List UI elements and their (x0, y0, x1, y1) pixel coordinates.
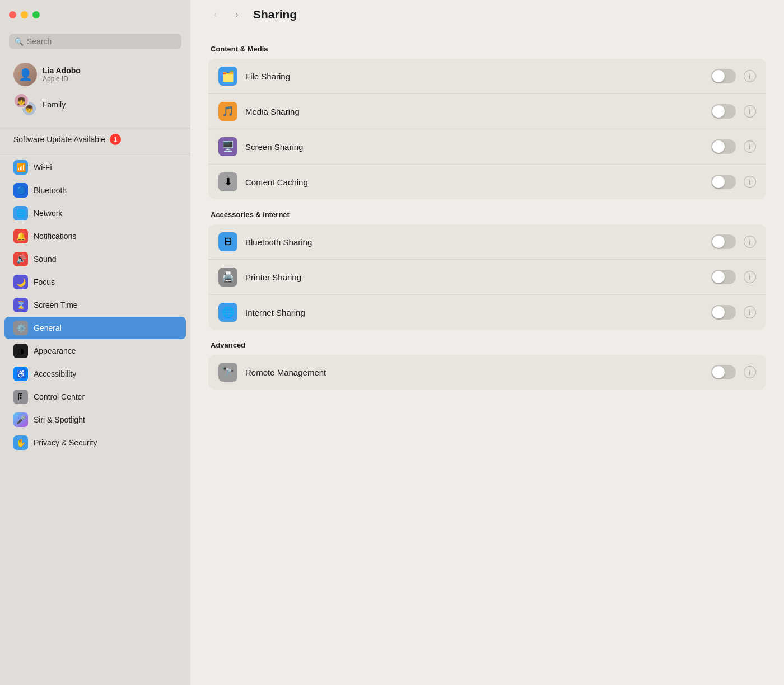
content-caching-toggle[interactable] (711, 175, 736, 189)
forward-button[interactable]: › (230, 7, 244, 22)
screen-sharing-toggle[interactable] (711, 139, 736, 154)
titlebar (0, 0, 190, 29)
media-sharing-toggle[interactable] (711, 104, 736, 119)
section-header-accessories-internet: Accessories & Internet (208, 210, 766, 219)
printer-sharing-toggle[interactable] (711, 270, 736, 284)
divider-1 (0, 128, 190, 128)
sidebar-item-bluetooth[interactable]: 🔵Bluetooth (4, 179, 186, 201)
sidebar-item-appearance[interactable]: ◑Appearance (4, 340, 186, 362)
family-label: Family (43, 100, 66, 109)
search-bar[interactable]: 🔍 (9, 34, 181, 49)
sidebar-scroll: 📶Wi-Fi🔵Bluetooth🌐Network🔔Notifications🔊S… (0, 156, 190, 685)
remote-management-toggle[interactable] (711, 365, 736, 379)
sidebar-label-focus: Focus (34, 278, 55, 287)
section-header-content-media: Content & Media (208, 45, 766, 53)
content-caching-label: Content Caching (245, 177, 703, 187)
notif-icon: 🔔 (13, 229, 28, 243)
sidebar-item-notifications[interactable]: 🔔Notifications (4, 225, 186, 247)
row-bluetooth-sharing: ᗷBluetooth Sharingi (208, 224, 766, 260)
software-update[interactable]: Software Update Available 1 (0, 130, 190, 151)
sidebar-label-bluetooth: Bluetooth (34, 186, 67, 195)
sidebar-label-screentime: Screen Time (34, 301, 78, 309)
wifi-icon: 📶 (13, 160, 28, 175)
sidebar-item-wifi[interactable]: 📶Wi-Fi (4, 156, 186, 179)
sidebar-label-accessibility: Accessibility (34, 369, 76, 378)
user-section: 👤 Lia Adobo Apple ID 👧 👦 Family (0, 56, 190, 125)
family-item[interactable]: 👧 👦 Family (9, 90, 181, 120)
minimize-button[interactable] (21, 11, 28, 18)
internet-sharing-icon: 🌐 (218, 303, 237, 322)
divider-2 (0, 153, 190, 153)
card-content-media: 🗂️File Sharingi🎵Media Sharingi🖥️Screen S… (208, 59, 766, 199)
software-update-text: Software Update Available (13, 135, 105, 144)
sidebar-item-privacy[interactable]: ✋Privacy & Security (4, 431, 186, 454)
controlcenter-icon: 🎛 (13, 390, 28, 404)
sidebar-item-focus[interactable]: 🌙Focus (4, 271, 186, 293)
sidebar-label-appearance: Appearance (34, 346, 76, 355)
family-avatar-1: 👧 (13, 93, 29, 109)
media-sharing-icon: 🎵 (218, 102, 237, 121)
remote-management-info-button[interactable]: i (744, 366, 756, 378)
internet-sharing-toggle[interactable] (711, 305, 736, 320)
back-button[interactable]: ‹ (208, 7, 223, 22)
main-header: ‹ › Sharing (190, 0, 784, 29)
file-sharing-icon: 🗂️ (218, 67, 237, 86)
sidebar-label-notifications: Notifications (34, 232, 76, 241)
family-avatars: 👧 👦 (13, 93, 37, 116)
file-sharing-label: File Sharing (245, 72, 703, 81)
user-subtitle: Apple ID (43, 75, 81, 83)
general-icon: ⚙️ (13, 321, 28, 335)
network-icon: 🌐 (13, 206, 28, 220)
user-info: Lia Adobo Apple ID (43, 66, 81, 83)
bluetooth-sharing-info-button[interactable]: i (744, 236, 756, 248)
screen-sharing-icon: 🖥️ (218, 137, 237, 156)
card-accessories-internet: ᗷBluetooth Sharingi🖨️Printer Sharingi🌐In… (208, 224, 766, 330)
sidebar-item-sound[interactable]: 🔊Sound (4, 248, 186, 270)
file-sharing-toggle[interactable] (711, 69, 736, 83)
close-button[interactable] (9, 11, 16, 18)
bluetooth-sharing-toggle[interactable] (711, 234, 736, 249)
accessibility-icon: ♿ (13, 367, 28, 381)
row-content-caching: ⬇Content Cachingi (208, 165, 766, 199)
printer-sharing-label: Printer Sharing (245, 273, 703, 282)
row-remote-management: 🔭Remote Managementi (208, 355, 766, 390)
row-screen-sharing: 🖥️Screen Sharingi (208, 129, 766, 165)
sidebar-item-general[interactable]: ⚙️General (4, 317, 186, 339)
sidebar-label-general: General (34, 323, 62, 332)
content-caching-info-button[interactable]: i (744, 176, 756, 188)
file-sharing-info-button[interactable]: i (744, 70, 756, 82)
row-internet-sharing: 🌐Internet Sharingi (208, 295, 766, 330)
bluetooth-sharing-icon: ᗷ (218, 232, 237, 251)
row-printer-sharing: 🖨️Printer Sharingi (208, 260, 766, 295)
bt-icon: 🔵 (13, 183, 28, 198)
internet-sharing-label: Internet Sharing (245, 308, 703, 317)
sidebar-item-screentime[interactable]: ⌛Screen Time (4, 294, 186, 316)
sidebar: 🔍 👤 Lia Adobo Apple ID 👧 👦 Family Softwa… (0, 0, 190, 685)
sidebar-label-sound: Sound (34, 255, 56, 264)
row-file-sharing: 🗂️File Sharingi (208, 59, 766, 94)
user-name: Lia Adobo (43, 66, 81, 75)
sidebar-item-siri[interactable]: 🎤Siri & Spotlight (4, 409, 186, 431)
remote-management-label: Remote Management (245, 368, 703, 377)
search-input[interactable] (27, 37, 176, 46)
sidebar-item-controlcenter[interactable]: 🎛Control Center (4, 386, 186, 408)
privacy-icon: ✋ (13, 435, 28, 450)
sidebar-label-siri: Siri & Spotlight (34, 415, 85, 424)
sidebar-item-network[interactable]: 🌐Network (4, 202, 186, 224)
remote-management-icon: 🔭 (218, 363, 237, 382)
media-sharing-label: Media Sharing (245, 107, 703, 116)
search-icon: 🔍 (15, 37, 24, 46)
bluetooth-sharing-label: Bluetooth Sharing (245, 237, 703, 247)
printer-sharing-info-button[interactable]: i (744, 271, 756, 283)
sidebar-label-network: Network (34, 209, 62, 218)
sidebar-items: 📶Wi-Fi🔵Bluetooth🌐Network🔔Notifications🔊S… (0, 156, 190, 454)
screen-sharing-info-button[interactable]: i (744, 140, 756, 153)
sidebar-item-accessibility[interactable]: ♿Accessibility (4, 363, 186, 385)
page-title: Sharing (253, 8, 297, 21)
maximize-button[interactable] (32, 11, 40, 18)
focus-icon: 🌙 (13, 275, 28, 289)
user-profile-item[interactable]: 👤 Lia Adobo Apple ID (9, 59, 181, 90)
internet-sharing-info-button[interactable]: i (744, 306, 756, 318)
media-sharing-info-button[interactable]: i (744, 105, 756, 118)
content-caching-icon: ⬇ (218, 172, 237, 191)
